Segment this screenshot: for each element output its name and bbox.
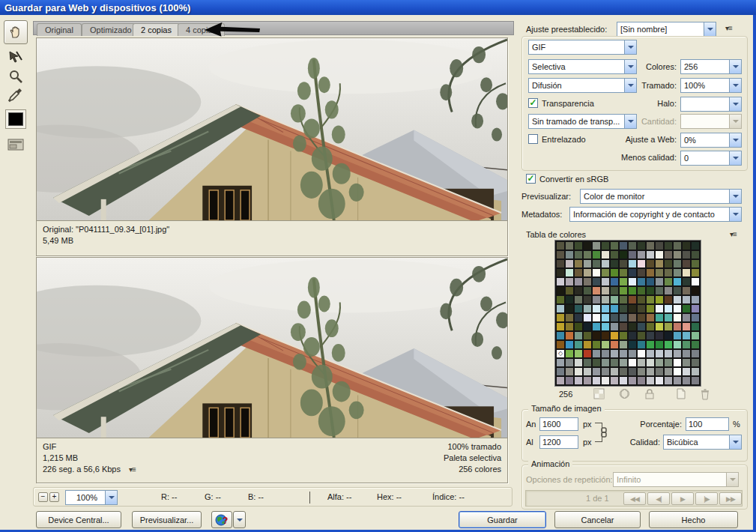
optimized-preview-image[interactable] [37, 258, 507, 438]
color-swatch-cell[interactable] [574, 349, 583, 358]
color-swatch-cell[interactable] [574, 241, 583, 250]
color-swatch-cell[interactable] [673, 250, 682, 259]
color-swatch-cell[interactable] [583, 349, 592, 358]
color-swatch-cell[interactable] [673, 295, 682, 304]
color-swatch-cell[interactable] [646, 313, 655, 322]
combo-arrow-icon[interactable] [729, 60, 741, 73]
metadata-combo[interactable]: Información de copyright y de contacto [569, 207, 742, 222]
toggle-slices-visibility[interactable] [6, 136, 25, 153]
color-swatch-cell[interactable] [601, 358, 610, 367]
color-swatch-cell[interactable] [637, 340, 646, 349]
color-swatch-cell[interactable] [673, 304, 682, 313]
color-swatch-cell[interactable] [673, 358, 682, 367]
color-swatch-cell[interactable] [556, 259, 565, 268]
color-swatch-cell[interactable] [628, 304, 637, 313]
tab-2-copias[interactable]: 2 copias [133, 23, 180, 36]
combo-arrow-icon[interactable] [729, 435, 741, 449]
color-swatch-cell[interactable] [565, 277, 574, 286]
color-swatch-cell[interactable] [574, 295, 583, 304]
color-swatch-cell[interactable] [610, 358, 619, 367]
color-swatch-cell[interactable] [619, 304, 628, 313]
color-swatch-cell[interactable] [673, 259, 682, 268]
color-swatch-cell[interactable] [601, 313, 610, 322]
color-swatch-cell[interactable] [673, 313, 682, 322]
color-swatch-cell[interactable] [655, 331, 664, 340]
color-swatch-cell[interactable] [664, 358, 673, 367]
color-swatch-cell[interactable] [655, 358, 664, 367]
color-swatch-cell[interactable] [592, 376, 601, 385]
combo-arrow-icon[interactable] [105, 491, 117, 504]
color-swatch-cell[interactable] [556, 376, 565, 385]
color-swatch-cell[interactable] [646, 367, 655, 376]
color-swatch-cell[interactable] [583, 277, 592, 286]
color-swatch-cell[interactable] [664, 322, 673, 331]
color-swatch-cell[interactable] [592, 286, 601, 295]
color-swatch-cell[interactable] [682, 376, 691, 385]
color-swatch-cell[interactable] [691, 250, 700, 259]
color-swatch-cell[interactable] [583, 304, 592, 313]
color-swatch-cell[interactable] [565, 259, 574, 268]
color-swatch-cell[interactable] [619, 367, 628, 376]
color-swatch-cell[interactable] [601, 259, 610, 268]
link-dimensions-icon[interactable] [599, 427, 608, 438]
color-swatch-cell[interactable] [619, 376, 628, 385]
color-swatch-cell[interactable] [601, 304, 610, 313]
color-swatch-cell[interactable] [619, 340, 628, 349]
color-swatch-cell[interactable] [610, 268, 619, 277]
web-shift-icon[interactable] [619, 388, 630, 399]
color-swatch-cell[interactable] [592, 313, 601, 322]
color-swatch-cell[interactable] [583, 241, 592, 250]
color-swatch-cell[interactable] [691, 241, 700, 250]
color-swatch-cell[interactable] [610, 295, 619, 304]
color-swatch-cell[interactable] [655, 349, 664, 358]
color-swatch-cell[interactable] [691, 304, 700, 313]
hand-tool[interactable] [4, 20, 28, 44]
color-swatch-cell[interactable] [682, 349, 691, 358]
color-swatch-cell[interactable] [574, 268, 583, 277]
eyedropper-tool[interactable] [7, 85, 25, 105]
color-swatch-cell[interactable] [664, 304, 673, 313]
color-swatch-cell[interactable] [682, 313, 691, 322]
color-swatch-cell[interactable] [592, 358, 601, 367]
colors-combo[interactable]: 256 [680, 59, 742, 74]
delete-color-icon[interactable] [700, 388, 710, 400]
preview-in-browser-button[interactable]: Previsualizar... [132, 511, 202, 528]
color-swatch-cell[interactable] [637, 250, 646, 259]
preview-combo[interactable]: Color de monitor [580, 189, 742, 204]
color-swatch-cell[interactable] [637, 313, 646, 322]
combo-arrow-icon[interactable] [624, 40, 636, 54]
color-swatch-cell[interactable] [601, 268, 610, 277]
color-swatch-cell[interactable] [691, 349, 700, 358]
color-swatch-cell[interactable] [565, 340, 574, 349]
color-swatch-cell[interactable] [574, 286, 583, 295]
color-swatch-cell[interactable] [664, 241, 673, 250]
color-swatch-cell[interactable] [565, 250, 574, 259]
combo-arrow-icon[interactable] [729, 151, 741, 165]
new-color-icon[interactable] [676, 388, 686, 399]
palette-combo[interactable]: Selectiva [528, 59, 637, 74]
color-swatch-cell[interactable] [673, 376, 682, 385]
color-swatch-cell[interactable] [601, 331, 610, 340]
color-swatch-cell[interactable] [601, 349, 610, 358]
color-swatch-cell[interactable] [565, 358, 574, 367]
color-swatch-cell[interactable] [628, 241, 637, 250]
color-swatch-cell[interactable] [565, 331, 574, 340]
color-swatch-cell[interactable] [637, 277, 646, 286]
preset-combo[interactable]: [Sin nombre] [617, 22, 716, 37]
color-swatch-cell[interactable] [565, 322, 574, 331]
color-table-menu-icon[interactable]: ▾≡ [730, 230, 737, 238]
color-swatch-cell[interactable] [619, 241, 628, 250]
color-swatch-cell[interactable] [583, 313, 592, 322]
color-swatch-cell[interactable] [601, 376, 610, 385]
color-swatch-cell[interactable] [592, 295, 601, 304]
color-swatch-cell[interactable] [619, 358, 628, 367]
color-swatch-cell[interactable] [628, 331, 637, 340]
color-swatch-cell[interactable] [646, 331, 655, 340]
color-swatch-cell[interactable] [646, 322, 655, 331]
color-swatch-cell[interactable] [601, 241, 610, 250]
color-swatch-cell[interactable] [574, 313, 583, 322]
color-swatch-cell[interactable] [691, 322, 700, 331]
color-swatch-cell[interactable] [583, 340, 592, 349]
optimized-preview-pane[interactable]: GIF 1,215 MB 226 seg. a 56,6 Kbps ▾≡ 100… [36, 257, 508, 483]
matte-combo[interactable] [680, 97, 742, 112]
